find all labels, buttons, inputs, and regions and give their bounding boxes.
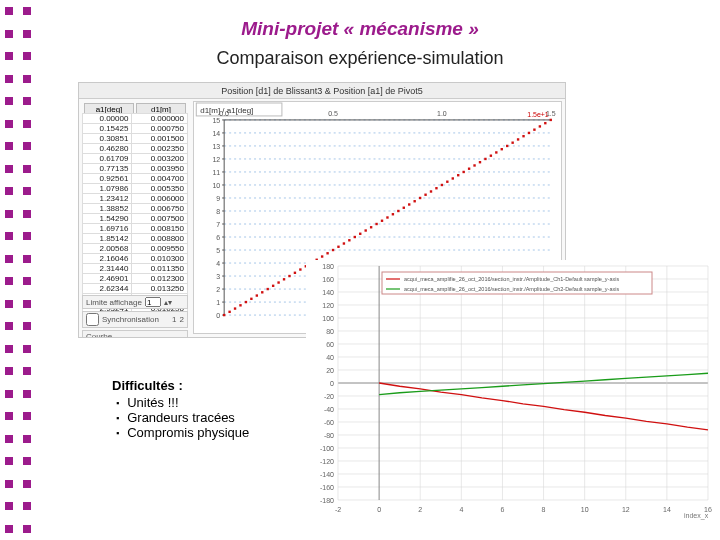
panel-title: Position [d1] de Blissant3 & Position [a… (79, 83, 565, 99)
svg-rect-81 (359, 233, 361, 235)
svg-rect-56 (223, 314, 225, 316)
courbe-label: Courbe (86, 332, 112, 338)
svg-text:20: 20 (326, 367, 334, 374)
svg-text:10: 10 (212, 182, 220, 189)
svg-text:4: 4 (216, 260, 220, 267)
svg-text:10: 10 (581, 506, 589, 513)
difficulty-item: Unités !!! (112, 395, 249, 410)
svg-text:acqui_meca_amplifie_26_oct_201: acqui_meca_amplifie_26_oct_2016/section_… (404, 276, 619, 282)
courbe-row: Courbe (82, 330, 188, 338)
btn-1[interactable]: 1 (172, 315, 176, 324)
table-row: 0.771350.003950 (83, 164, 188, 174)
svg-text:120: 120 (322, 302, 334, 309)
svg-text:0: 0 (330, 380, 334, 387)
svg-text:-20: -20 (324, 393, 334, 400)
svg-text:6: 6 (500, 506, 504, 513)
difficulty-item: Grandeurs tracées (112, 410, 249, 425)
svg-text:4: 4 (459, 506, 463, 513)
table-row: 2.314400.011350 (83, 264, 188, 274)
svg-text:2: 2 (216, 286, 220, 293)
svg-rect-57 (228, 311, 230, 313)
svg-rect-111 (522, 135, 524, 137)
table-row: 0.154250.000750 (83, 124, 188, 134)
svg-text:60: 60 (326, 341, 334, 348)
svg-text:-2: -2 (335, 506, 341, 513)
limite-input[interactable] (145, 297, 161, 307)
table-row: 2.623440.013250 (83, 284, 188, 294)
svg-text:-80: -80 (324, 432, 334, 439)
svg-rect-63 (261, 291, 263, 293)
table-row: 1.542900.007500 (83, 214, 188, 224)
table-row: 2.160460.010300 (83, 254, 188, 264)
svg-rect-93 (424, 194, 426, 196)
svg-rect-92 (419, 197, 421, 199)
svg-rect-100 (462, 171, 464, 173)
svg-rect-99 (457, 174, 459, 176)
svg-text:-180: -180 (320, 497, 334, 504)
svg-text:12: 12 (622, 506, 630, 513)
svg-text:0: 0 (216, 312, 220, 319)
svg-rect-80 (354, 236, 356, 238)
svg-text:11: 11 (212, 169, 220, 176)
svg-rect-86 (386, 216, 388, 218)
svg-rect-70 (299, 268, 301, 270)
svg-rect-58 (234, 307, 236, 309)
svg-rect-91 (413, 200, 415, 202)
table-row: 0.617090.003200 (83, 154, 188, 164)
svg-text:14: 14 (663, 506, 671, 513)
svg-rect-75 (326, 252, 328, 254)
svg-rect-101 (468, 168, 470, 170)
svg-rect-64 (267, 288, 269, 290)
svg-rect-67 (283, 278, 285, 280)
svg-text:1.0: 1.0 (437, 110, 447, 117)
stepper-icon[interactable]: ▴▾ (164, 298, 172, 307)
panel-controls: Limite affichage ▴▾ Synchronisation 1 2 … (82, 293, 188, 338)
svg-rect-78 (343, 242, 345, 244)
limite-row: Limite affichage ▴▾ (82, 295, 188, 309)
svg-text:0.0: 0.0 (219, 110, 229, 117)
svg-rect-87 (392, 213, 394, 215)
svg-text:3: 3 (216, 273, 220, 280)
table-row: 0.000000.000000 (83, 114, 188, 124)
svg-rect-115 (544, 122, 546, 124)
svg-rect-89 (403, 207, 405, 209)
svg-rect-83 (370, 226, 372, 228)
table-row: 1.234120.006000 (83, 194, 188, 204)
svg-rect-108 (506, 145, 508, 147)
svg-rect-102 (473, 164, 475, 166)
btn-2[interactable]: 2 (180, 315, 184, 324)
svg-rect-103 (479, 161, 481, 163)
limite-label: Limite affichage (86, 298, 142, 307)
svg-rect-84 (375, 223, 377, 225)
svg-rect-85 (381, 220, 383, 222)
svg-text:-40: -40 (324, 406, 334, 413)
difficulties-heading: Difficultés : (112, 378, 183, 393)
svg-rect-60 (245, 301, 247, 303)
svg-rect-97 (446, 181, 448, 183)
chart-acquisition: -180-160-140-120-100-80-60-40-2002040608… (306, 260, 714, 522)
svg-rect-69 (294, 272, 296, 274)
svg-rect-61 (250, 298, 252, 300)
difficulties-block: Difficultés : Unités !!!Grandeurs tracée… (112, 378, 249, 440)
table-row: 0.925610.004700 (83, 174, 188, 184)
sync-checkbox[interactable] (86, 313, 99, 326)
svg-rect-88 (397, 210, 399, 212)
brand-dot-column (0, 0, 36, 540)
table-row: 1.697160.008150 (83, 224, 188, 234)
svg-text:80: 80 (326, 328, 334, 335)
svg-rect-79 (348, 239, 350, 241)
slide-subtitle: Comparaison expérience-simulation (0, 48, 720, 69)
svg-rect-106 (495, 151, 497, 153)
svg-rect-107 (501, 148, 503, 150)
svg-rect-109 (511, 141, 513, 143)
svg-text:15: 15 (212, 117, 220, 124)
svg-text:8: 8 (542, 506, 546, 513)
svg-text:6: 6 (216, 234, 220, 241)
svg-text:9: 9 (216, 195, 220, 202)
sync-label: Synchronisation (102, 315, 159, 324)
svg-text:100: 100 (322, 315, 334, 322)
svg-text:-120: -120 (320, 458, 334, 465)
svg-text:-140: -140 (320, 471, 334, 478)
svg-rect-116 (550, 119, 552, 121)
svg-text:8: 8 (216, 208, 220, 215)
